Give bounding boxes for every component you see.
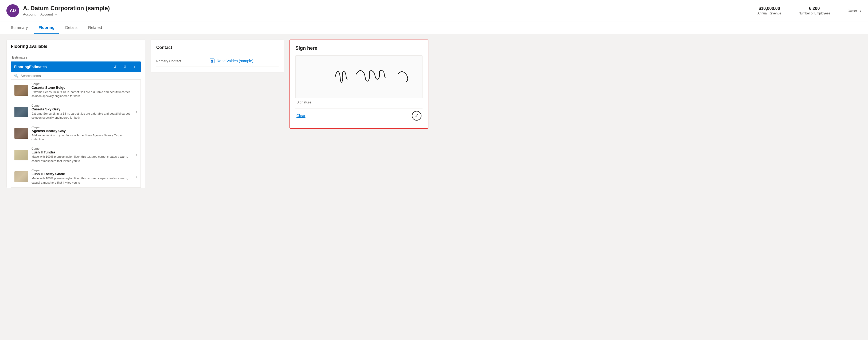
flooring-name: Ageless Beauty Clay [32,129,133,133]
sign-panel: Sign here Signature Clear ✓ [289,39,428,334]
flooring-desc: Made with 100% premium nylon fiber, this… [32,176,133,185]
subgrid-name: FlooringEstimates [14,65,109,69]
annual-revenue-label: Annual Revenue [757,11,781,15]
flooring-type: Carpet [32,82,133,86]
flooring-card-title: Flooring available [11,44,141,49]
sign-actions: Clear ✓ [296,109,423,123]
contact-card-title: Contact [156,45,279,50]
tab-summary[interactable]: Summary [6,21,32,34]
subgrid-toolbar: FlooringEstimates ↺ ⇅ + [11,61,141,72]
annual-revenue: $10,000.00 Annual Revenue [757,6,781,15]
primary-contact-value[interactable]: 👤 Rene Valdes (sample) [210,59,253,63]
signature-area[interactable] [296,55,423,98]
tab-flooring[interactable]: Flooring [34,21,59,34]
list-item[interactable]: Carpet Caserta Sky Grey Extreme Series 1… [11,101,141,123]
breadcrumb-item-1[interactable]: Account [23,12,35,16]
flooring-list: Carpet Caserta Stone Beige Extreme Serie… [11,80,141,188]
search-bar: 🔍 [11,72,141,80]
item-chevron-icon: › [136,132,137,135]
nav-tabs: Summary Flooring Details Related [0,21,868,34]
breadcrumb-separator: · [38,12,39,16]
primary-contact-label: Primary Contact [156,59,199,63]
contact-row: Primary Contact 👤 Rene Valdes (sample) [156,55,279,67]
header-title: A. Datum Corporation (sample) Account · … [23,5,757,16]
flooring-name: Caserta Sky Grey [32,107,133,111]
flooring-desc: Add some fashion to your floors with the… [32,133,133,142]
flooring-name: Lush II Tundra [32,150,133,154]
search-icon: 🔍 [14,74,19,78]
flooring-type: Carpet [32,104,133,107]
flooring-thumb [14,107,28,117]
header-meta: $10,000.00 Annual Revenue 6,200 Number o… [757,5,862,16]
flooring-type: Carpet [32,125,133,129]
contact-card: Contact Primary Contact 👤 Rene Valdes (s… [151,39,284,73]
flooring-name: Lush II Frosty Glade [32,172,133,176]
sign-card: Sign here Signature Clear ✓ [289,39,428,129]
flooring-thumb [14,128,28,139]
breadcrumb-item-2[interactable]: Account [40,12,53,16]
flooring-info: Carpet Lush II Tundra Made with 100% pre… [32,147,133,163]
sign-card-title: Sign here [296,46,423,51]
flooring-desc: Made with 100% premium nylon fiber, this… [32,155,133,163]
tab-details[interactable]: Details [61,21,82,34]
item-chevron-icon: › [136,175,137,178]
list-item[interactable]: Carpet Lush II Frosty Glade Made with 10… [11,166,141,188]
employee-count: 6,200 Number of Employees [799,6,830,15]
account-name: A. Datum Corporation (sample) [23,5,757,12]
flooring-type: Carpet [32,147,133,150]
owner-field[interactable]: Owner ∨ [848,8,862,13]
flooring-desc: Extreme Series 18 in. x 18 in. carpet ti… [32,112,133,120]
flooring-thumb [14,171,28,182]
flooring-info: Carpet Caserta Stone Beige Extreme Serie… [32,82,133,98]
primary-contact-name[interactable]: Rene Valdes (sample) [217,59,253,63]
annual-revenue-value: $10,000.00 [757,6,781,11]
flooring-panel: Flooring available Estimates FlooringEst… [6,39,145,334]
flooring-info: Carpet Caserta Sky Grey Extreme Series 1… [32,104,133,120]
list-item[interactable]: Carpet Lush II Tundra Made with 100% pre… [11,144,141,166]
owner-label: Owner [848,9,857,13]
tab-related[interactable]: Related [84,21,106,34]
clear-button[interactable]: Clear [297,114,305,118]
confirm-button[interactable]: ✓ [412,111,422,120]
item-chevron-icon: › [136,110,137,114]
flooring-desc: Extreme Series 18 in. x 18 in. carpet ti… [32,90,133,98]
estimates-section: Estimates [11,55,28,59]
breadcrumb-chevron-icon[interactable]: ∨ [55,13,57,16]
item-chevron-icon: › [136,88,137,92]
signature-drawing [296,56,422,98]
breadcrumb: Account · Account ∨ [23,12,757,16]
signature-label: Signature [296,100,423,104]
flooring-card: Flooring available Estimates FlooringEst… [6,39,145,188]
owner-chevron-icon: ∨ [859,9,862,12]
item-chevron-icon: › [136,153,137,157]
header-divider-1 [790,5,790,16]
header: AD A. Datum Corporation (sample) Account… [0,0,868,21]
avatar: AD [6,4,19,17]
flooring-info: Carpet Ageless Beauty Clay Add some fash… [32,125,133,142]
employees-value: 6,200 [799,6,830,11]
flooring-name: Caserta Stone Beige [32,86,133,89]
contact-person-icon: 👤 [210,59,214,63]
refresh-icon[interactable]: ↺ [112,64,118,70]
employees-label: Number of Employees [799,11,830,15]
list-item[interactable]: Carpet Caserta Stone Beige Extreme Serie… [11,80,141,101]
filter-icon[interactable]: ⇅ [122,64,128,70]
flooring-thumb [14,150,28,160]
main-content: Flooring available Estimates FlooringEst… [0,34,868,339]
add-icon[interactable]: + [131,64,137,70]
list-item[interactable]: Carpet Ageless Beauty Clay Add some fash… [11,123,141,145]
flooring-type: Carpet [32,169,133,172]
flooring-info: Carpet Lush II Frosty Glade Made with 10… [32,169,133,185]
contact-panel: Contact Primary Contact 👤 Rene Valdes (s… [151,39,284,334]
search-input[interactable] [21,74,137,78]
flooring-thumb [14,85,28,96]
